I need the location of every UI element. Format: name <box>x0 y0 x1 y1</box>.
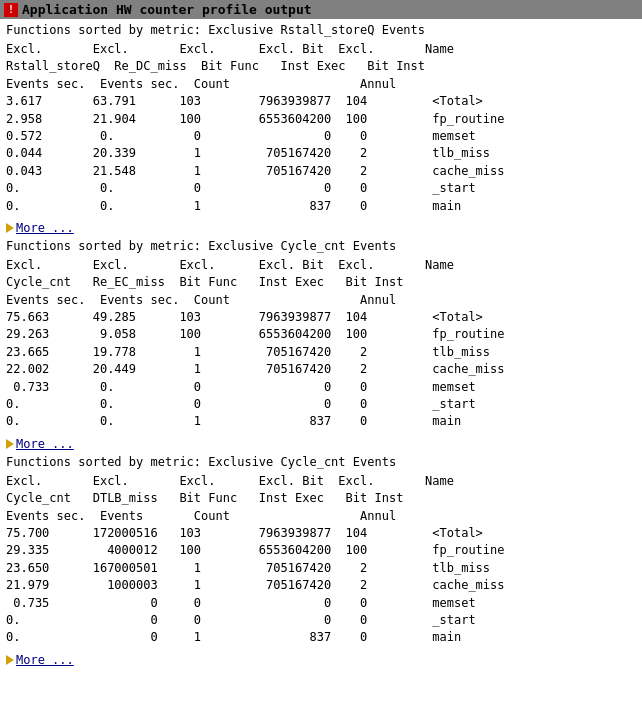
main-content: Functions sorted by metric: Exclusive Rs… <box>0 19 642 675</box>
section-3-columns: Excl. Excl. Excl. Excl. Bit Excl. Name C… <box>6 473 636 647</box>
more-label-2[interactable]: More ... <box>16 437 74 451</box>
section-3: Functions sorted by metric: Exclusive Cy… <box>6 455 636 647</box>
more-arrow-icon-2 <box>6 439 14 449</box>
section-2-columns: Excl. Excl. Excl. Excl. Bit Excl. Name C… <box>6 257 636 431</box>
more-label-3[interactable]: More ... <box>16 653 74 667</box>
more-label-1[interactable]: More ... <box>16 221 74 235</box>
more-arrow-icon-1 <box>6 223 14 233</box>
title-bar: ! Application HW counter profile output <box>0 0 642 19</box>
section-2-header: Functions sorted by metric: Exclusive Cy… <box>6 239 636 253</box>
more-arrow-icon-3 <box>6 655 14 665</box>
more-link-1[interactable]: More ... <box>6 221 636 235</box>
more-link-3[interactable]: More ... <box>6 653 636 667</box>
title-icon: ! <box>4 3 18 17</box>
section-1: Functions sorted by metric: Exclusive Rs… <box>6 23 636 215</box>
more-link-2[interactable]: More ... <box>6 437 636 451</box>
section-1-header: Functions sorted by metric: Exclusive Rs… <box>6 23 636 37</box>
section-2: Functions sorted by metric: Exclusive Cy… <box>6 239 636 431</box>
window-title: Application HW counter profile output <box>22 2 312 17</box>
section-1-columns: Excl. Excl. Excl. Excl. Bit Excl. Name R… <box>6 41 636 215</box>
section-3-header: Functions sorted by metric: Exclusive Cy… <box>6 455 636 469</box>
